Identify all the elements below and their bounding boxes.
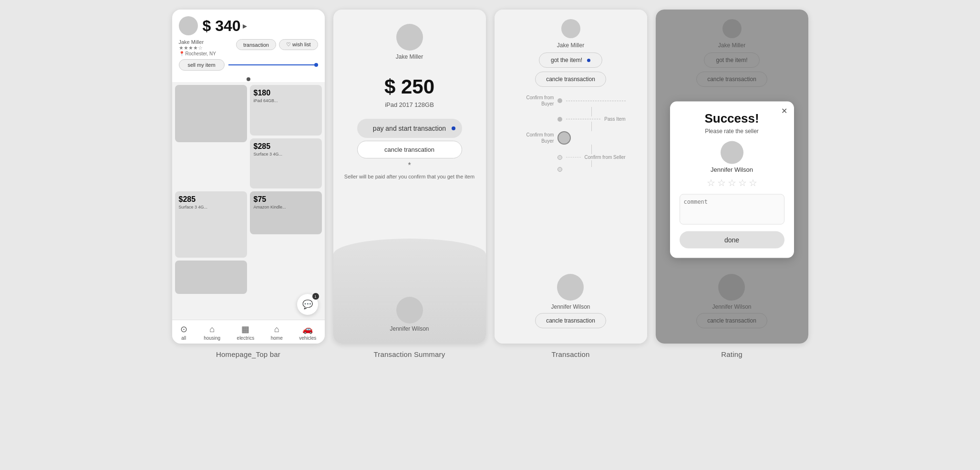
- sell-btn[interactable]: sell my item: [179, 59, 225, 71]
- screen2-wrapper: Jake Miller $ 250 iPad 2017 128GB pay an…: [333, 10, 486, 358]
- nav-electrics[interactable]: ▦ electrics: [237, 324, 255, 341]
- item-mid-right[interactable]: $285 Surface 3 4G...: [250, 138, 322, 189]
- sell-row: sell my item: [179, 59, 318, 71]
- got-item-btn-s3[interactable]: got the item!: [539, 52, 602, 68]
- location-icon: 📍: [179, 51, 185, 56]
- s1-notch: [172, 75, 325, 82]
- seller-name-s2: Jennifer Wilson: [390, 325, 429, 332]
- cancel-btn-s3[interactable]: cancle trasnsaction: [535, 72, 606, 87]
- avatar-buyer-s2: [396, 24, 423, 51]
- timeline-label-1: Confirm from Buyer: [516, 94, 554, 107]
- chat-badge: 1: [312, 293, 319, 300]
- star-4[interactable]: ☆: [738, 177, 747, 188]
- housing-icon: ⌂: [209, 324, 215, 334]
- s1-items-grid: $180 iPad 64GB... $285 Surface 3 4G... $…: [172, 82, 325, 320]
- all-icon: ⊙: [180, 324, 187, 334]
- item-price-2: $285: [254, 142, 318, 151]
- chat-fab[interactable]: 1 💬: [297, 294, 318, 315]
- item-large-left[interactable]: [175, 85, 247, 142]
- item-price-1: $180: [254, 89, 318, 97]
- s1-amount: $ 340 ▸: [203, 17, 247, 35]
- screen1-frame: $ 340 ▸ Jake Miller ★★★★☆ 📍 Rochester, N…: [172, 10, 325, 344]
- note-asterisk: *: [408, 161, 411, 170]
- user-stars-s1: ★★★★☆: [179, 45, 216, 51]
- wishlist-btn[interactable]: ♡ wish list: [279, 39, 318, 50]
- timeline-label-seller: Confirm from Seller: [585, 154, 626, 160]
- avatar-seller-modal: [721, 141, 743, 164]
- screen2-label: Transaction Summary: [374, 350, 445, 358]
- user-name-s1: Jake Miller: [179, 39, 216, 45]
- screens-container: $ 340 ▸ Jake Miller ★★★★☆ 📍 Rochester, N…: [172, 10, 808, 358]
- screen4-label: Rating: [721, 350, 743, 358]
- timeline-label-pass: Pass Item: [604, 116, 625, 122]
- item-bottom-right[interactable]: $75 Amazon Kindle...: [250, 191, 322, 234]
- star-3[interactable]: ☆: [728, 177, 736, 188]
- modal-subtitle: Please rate the seller: [680, 128, 784, 135]
- pay-dot-s2: [452, 126, 455, 130]
- nav-all[interactable]: ⊙ all: [180, 324, 187, 341]
- item-name-2: Surface 3 4G...: [254, 152, 318, 157]
- item-name-4: Amazon Kindle...: [254, 205, 318, 209]
- electrics-icon: ▦: [241, 324, 249, 334]
- nav-home[interactable]: ⌂ home: [271, 324, 283, 341]
- got-item-dot: [587, 59, 590, 62]
- modal-close-btn[interactable]: ✕: [781, 106, 787, 115]
- nav-housing[interactable]: ⌂ housing: [204, 324, 220, 341]
- vehicles-icon: 🚗: [302, 324, 313, 334]
- screen4-frame: Jake Miller got the item! cancle trasnsa…: [656, 10, 808, 344]
- nav-vehicles-label: vehicles: [299, 335, 316, 341]
- notch-dot: [247, 77, 250, 81]
- screen3-label: Transaction: [551, 350, 589, 358]
- screen3-frame: Jake Miller got the item! cancle trasnsa…: [495, 10, 647, 344]
- sell-dot: [314, 63, 318, 67]
- avatar-buyer-s3: [561, 19, 580, 38]
- pay-btn-s2[interactable]: pay and start transaction: [357, 119, 462, 138]
- seller-name-modal: Jennifer Wilson: [711, 166, 753, 173]
- user-location-s1: 📍 Rochester, NY: [179, 51, 216, 56]
- avatar-seller-s3: [557, 274, 584, 301]
- s1-bottom-nav: ⊙ all ⌂ housing ▦ electrics ⌂ home 🚗: [172, 320, 325, 344]
- buyer-name-s2: Jake Miller: [396, 53, 423, 60]
- price-s2: $ 250: [384, 75, 434, 98]
- nav-home-label: home: [271, 335, 283, 341]
- nav-all-label: all: [181, 335, 186, 341]
- sell-line: [228, 64, 318, 65]
- avatar-buyer-s1: [179, 16, 198, 35]
- home-icon: ⌂: [274, 324, 279, 334]
- buyer-name-s3: Jake Miller: [557, 42, 584, 49]
- item-top-right[interactable]: $180 iPad 64GB...: [250, 85, 322, 136]
- rating-modal: ✕ Success! Please rate the seller Jennif…: [670, 102, 794, 258]
- transaction-btn[interactable]: transaction: [236, 39, 276, 50]
- star-5[interactable]: ☆: [749, 177, 757, 188]
- screen1-wrapper: $ 340 ▸ Jake Miller ★★★★☆ 📍 Rochester, N…: [172, 10, 325, 358]
- star-1[interactable]: ☆: [707, 177, 715, 188]
- modal-title: Success!: [680, 111, 784, 126]
- cancel-btn-s2[interactable]: cancle transcation: [357, 141, 462, 158]
- amount-value: $ 340: [203, 17, 241, 35]
- timeline-label-2: Confirm from Buyer: [516, 132, 554, 144]
- s1-top: $ 340 ▸ Jake Miller ★★★★☆ 📍 Rochester, N…: [172, 10, 325, 75]
- seller-name-s3: Jennifer Wilson: [551, 303, 590, 310]
- screen4-wrapper: Jake Miller got the item! cancle trasnsa…: [656, 10, 808, 358]
- item-name-3: Surface 3 4G...: [179, 205, 243, 209]
- s1-header: $ 340 ▸: [179, 16, 318, 35]
- screen1-label: Homepage_Top bar: [216, 350, 280, 358]
- product-s2: iPad 2017 128GB: [385, 101, 434, 108]
- screen2-frame: Jake Miller $ 250 iPad 2017 128GB pay an…: [333, 10, 486, 344]
- amount-arrow: ▸: [243, 21, 247, 31]
- chat-icon: 💬: [302, 299, 313, 310]
- note-text-s2: Seller will be paid after you confirm th…: [344, 173, 475, 181]
- comment-input[interactable]: [680, 194, 784, 225]
- nav-electrics-label: electrics: [237, 335, 255, 341]
- avatar-seller-s2: [396, 297, 423, 324]
- item-bottom-left[interactable]: $285 Surface 3 4G...: [175, 191, 247, 258]
- star-rating[interactable]: ☆ ☆ ☆ ☆ ☆: [680, 177, 784, 188]
- star-2[interactable]: ☆: [717, 177, 726, 188]
- seller-cancel-btn-s3[interactable]: cancle trasnsaction: [535, 313, 606, 328]
- item-price-3: $285: [179, 195, 243, 204]
- done-btn[interactable]: done: [680, 231, 784, 249]
- item-name-1: iPad 64GB...: [254, 98, 318, 103]
- nav-vehicles[interactable]: 🚗 vehicles: [299, 324, 316, 341]
- item-price-4: $75: [254, 195, 318, 204]
- item-extra[interactable]: [175, 261, 247, 294]
